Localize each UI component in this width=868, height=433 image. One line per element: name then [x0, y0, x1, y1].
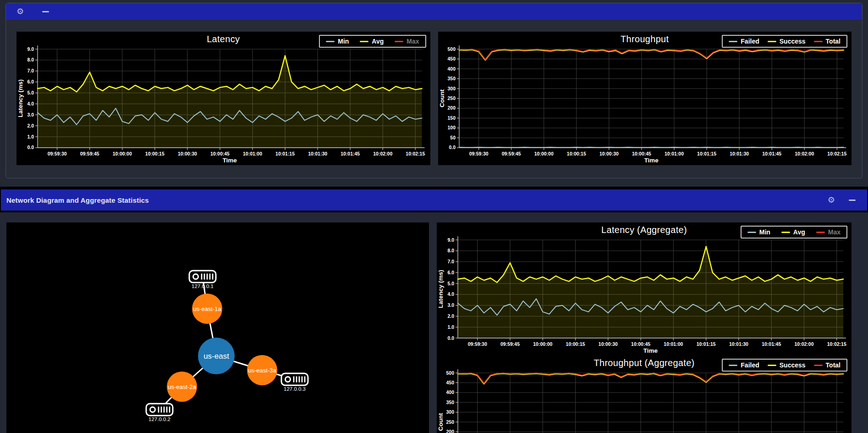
chart-legend: Min Avg Max [741, 226, 847, 239]
server-node[interactable]: 127.0.0.3 [281, 373, 308, 392]
legend-item-max[interactable]: Max [395, 38, 419, 45]
svg-text:10:01:15: 10:01:15 [697, 341, 716, 347]
svg-text:10:01:00: 10:01:00 [664, 341, 683, 347]
legend-item-success[interactable]: Success [768, 361, 806, 369]
legend-marker [816, 232, 825, 233]
svg-text:100: 100 [447, 125, 456, 130]
legend-item-failed[interactable]: Failed [729, 38, 759, 45]
legend-label: Min [338, 38, 349, 45]
legend-label: Avg [372, 38, 384, 45]
throughput-aggregate-chart: Throughput (Aggregate) Failed Success To… [437, 355, 852, 433]
svg-text:us-east-2a: us-east-2a [168, 383, 196, 390]
svg-text:200: 200 [446, 429, 454, 433]
svg-text:8.0: 8.0 [27, 57, 34, 62]
legend-marker [781, 232, 790, 233]
svg-text:500: 500 [447, 47, 456, 52]
latency-plot-area[interactable]: 0.01.02.03.04.05.06.07.08.09.009:59:3009… [16, 44, 430, 165]
svg-text:9.0: 9.0 [27, 47, 34, 52]
legend-marker [326, 41, 335, 42]
network-diagram-canvas[interactable]: us-eastus-east-1aus-east-2aus-east-3a127… [6, 222, 429, 433]
panel-title: Network Diagram and Aggregate Statistics [6, 196, 149, 204]
svg-text:150: 150 [447, 116, 456, 121]
svg-text:10:01:00: 10:01:00 [243, 151, 262, 156]
gear-icon[interactable]: ⚙ [828, 196, 835, 204]
chart-legend: Min Avg Max [319, 35, 426, 48]
legend-item-success[interactable]: Success [768, 38, 806, 45]
latency-chart: Latency Min Avg Max 0.01.02.03.04 [16, 32, 430, 165]
svg-text:10:02:00: 10:02:00 [373, 151, 392, 156]
throughput-plot-area[interactable]: 0.05010015020025030035040045050009:59:30… [438, 44, 852, 165]
svg-text:10:00:15: 10:00:15 [145, 151, 165, 156]
server-node[interactable]: 127.0.0.1 [189, 271, 216, 289]
panel-header-icons: ⚙ [828, 196, 856, 204]
chart-legend: Failed Success Total [722, 35, 847, 48]
svg-text:10:00:45: 10:00:45 [210, 151, 230, 156]
legend-item-total[interactable]: Total [814, 361, 841, 369]
legend-item-min[interactable]: Min [747, 228, 770, 236]
legend-label: Failed [741, 38, 759, 45]
svg-text:10:01:45: 10:01:45 [762, 151, 781, 156]
legend-marker [395, 41, 403, 42]
legend-marker [768, 41, 776, 42]
legend-marker [729, 365, 737, 366]
server-node[interactable]: 127.0.0.2 [146, 404, 173, 422]
svg-text:Count: Count [437, 413, 444, 431]
legend-item-total[interactable]: Total [814, 38, 841, 45]
svg-text:09:59:30: 09:59:30 [469, 151, 488, 156]
svg-text:09:59:45: 09:59:45 [501, 151, 521, 156]
legend-marker [814, 41, 823, 42]
svg-text:09:59:45: 09:59:45 [80, 151, 99, 156]
svg-text:4.0: 4.0 [447, 291, 454, 297]
legend-label: Total [826, 38, 841, 45]
legend-item-min[interactable]: Min [326, 38, 349, 45]
chart-legend: Failed Success Total [722, 359, 847, 372]
svg-text:6.0: 6.0 [27, 79, 34, 84]
svg-text:10:00:00: 10:00:00 [113, 151, 132, 156]
minimize-icon[interactable] [42, 11, 49, 12]
minimize-icon[interactable] [849, 200, 856, 201]
charts-row: Latency Min Avg Max 0.01.02.03.04 [6, 20, 862, 178]
svg-text:10:02:00: 10:02:00 [794, 341, 813, 347]
node-us-east-2a[interactable]: us-east-2a [167, 372, 197, 402]
legend-item-failed[interactable]: Failed [729, 361, 759, 369]
svg-text:8.0: 8.0 [447, 248, 454, 253]
svg-text:500: 500 [446, 370, 454, 376]
svg-text:400: 400 [447, 67, 456, 72]
svg-text:0.0: 0.0 [27, 145, 34, 150]
svg-text:4.0: 4.0 [27, 101, 34, 106]
svg-text:10:01:00: 10:01:00 [665, 151, 684, 156]
legend-item-max[interactable]: Max [816, 228, 841, 236]
legend-marker [729, 41, 737, 42]
node-us-east-1a[interactable]: us-east-1a [192, 294, 222, 324]
svg-text:Time: Time [644, 157, 659, 164]
svg-text:250: 250 [447, 96, 456, 101]
throughput-aggregate-plot-area[interactable]: 0.05010015020025030035040045050009:59:30… [437, 367, 852, 433]
svg-text:10:01:30: 10:01:30 [729, 341, 748, 347]
svg-text:127.0.0.3: 127.0.0.3 [284, 386, 306, 392]
svg-text:400: 400 [446, 389, 454, 395]
legend-marker [768, 365, 776, 366]
legend-label: Failed [741, 361, 759, 369]
svg-text:Latency (ms): Latency (ms) [17, 79, 24, 117]
svg-text:250: 250 [446, 419, 454, 425]
gear-icon[interactable]: ⚙ [16, 7, 24, 16]
svg-text:us-east: us-east [203, 352, 229, 361]
svg-text:450: 450 [447, 56, 456, 61]
throughput-chart: Throughput Failed Success Total 0 [438, 32, 852, 165]
svg-text:10:01:30: 10:01:30 [308, 151, 327, 156]
node-us-east[interactable]: us-east [198, 338, 235, 374]
svg-text:6.0: 6.0 [447, 270, 454, 275]
legend-label: Success [780, 361, 806, 369]
legend-label: Max [407, 38, 419, 45]
legend-label: Success [780, 38, 806, 45]
node-us-east-3a[interactable]: us-east-3a [247, 355, 277, 385]
svg-text:10:00:30: 10:00:30 [178, 151, 197, 156]
svg-text:10:02:15: 10:02:15 [406, 151, 425, 156]
svg-text:10:01:45: 10:01:45 [341, 151, 360, 156]
latency-aggregate-plot-area[interactable]: 0.01.02.03.04.05.06.07.08.09.009:59:3009… [437, 234, 852, 355]
legend-item-avg[interactable]: Avg [781, 228, 805, 236]
legend-item-avg[interactable]: Avg [360, 38, 384, 45]
svg-text:us-east-3a: us-east-3a [248, 367, 276, 374]
svg-text:450: 450 [446, 380, 454, 385]
svg-text:300: 300 [447, 86, 456, 91]
